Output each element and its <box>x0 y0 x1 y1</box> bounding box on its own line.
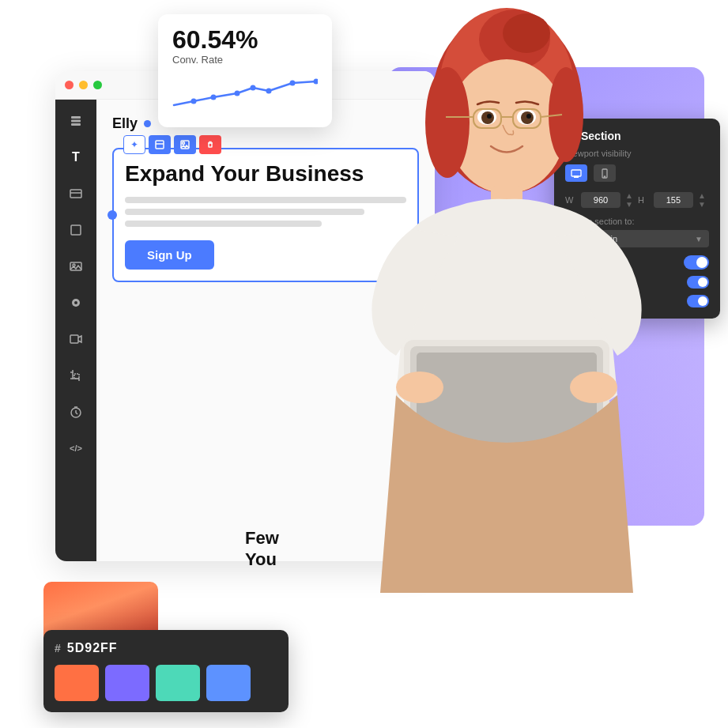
svg-rect-12 <box>71 225 81 235</box>
pin-row: Pin the section to: Don't pin ▼ <box>565 217 709 247</box>
viewport-label: Viewport visibility <box>565 149 709 158</box>
section-edit-btn[interactable] <box>149 135 171 154</box>
svg-rect-7 <box>71 116 81 119</box>
color-palette-card: # 5D92FF <box>43 630 289 712</box>
color-swatches <box>55 665 277 701</box>
background-row: ▼ Background <box>565 255 709 270</box>
svg-rect-10 <box>70 190 81 198</box>
scene: 60.54% Conv. Rate <box>0 0 728 728</box>
editor-body: T <box>55 100 435 561</box>
subtitle-line-3 <box>125 221 322 227</box>
height-label: H <box>638 195 649 205</box>
desktop-viewport-icon[interactable] <box>565 164 587 182</box>
svg-point-4 <box>266 89 272 94</box>
extra-toggle-2[interactable] <box>687 295 709 307</box>
dot-red[interactable] <box>65 81 74 89</box>
hero-title: Expand Your Business <box>125 160 406 187</box>
swatch-orange[interactable] <box>55 665 99 701</box>
background-label: Background <box>576 258 623 267</box>
height-input[interactable] <box>654 192 693 208</box>
settings-back: ← Section <box>565 130 709 142</box>
few-line-1: Few <box>245 528 279 549</box>
extra-toggle-row-1 <box>565 276 709 289</box>
color-input-row: # 5D92FF <box>55 641 277 655</box>
svg-point-3 <box>251 85 256 91</box>
tool-crop[interactable] <box>64 364 88 387</box>
svg-point-2 <box>235 91 240 96</box>
pin-select[interactable]: Don't pin ▼ <box>565 230 709 247</box>
mobile-viewport-icon[interactable] <box>594 164 616 182</box>
few-text-block: Few You <box>245 528 279 570</box>
dot-green[interactable] <box>93 81 102 89</box>
svg-point-6 <box>314 79 319 85</box>
tool-text[interactable]: T <box>64 145 88 169</box>
brand-dot <box>144 120 151 127</box>
svg-rect-18 <box>74 374 79 379</box>
svg-rect-9 <box>71 123 81 126</box>
analytics-card: 60.54% Conv. Rate <box>158 14 332 127</box>
subtitle-line-2 <box>125 209 364 215</box>
width-label: W <box>565 195 576 205</box>
tool-code[interactable]: </> <box>64 436 88 460</box>
svg-point-5 <box>290 81 296 86</box>
width-row: W ▲▼ H ▲▼ <box>565 191 709 209</box>
svg-point-16 <box>74 301 77 304</box>
svg-point-0 <box>191 99 197 104</box>
settings-title: Section <box>581 130 621 142</box>
hero-section[interactable]: ✦ Expand Your Business <box>112 148 419 282</box>
dot-yellow[interactable] <box>79 81 88 89</box>
extra-toggle-row-2 <box>565 295 709 307</box>
swatch-purple[interactable] <box>105 665 149 701</box>
hash-symbol: # <box>55 642 61 654</box>
conversion-rate: 60.54% <box>172 27 318 52</box>
pin-label: Pin the section to: <box>565 217 709 226</box>
section-move-btn[interactable]: ✦ <box>123 135 145 154</box>
svg-point-30 <box>604 175 605 176</box>
signup-button[interactable]: Sign Up <box>125 240 214 270</box>
svg-rect-8 <box>71 120 81 123</box>
tool-move[interactable] <box>64 109 88 133</box>
tool-image[interactable] <box>64 255 88 278</box>
section-img-btn[interactable] <box>174 135 196 154</box>
settings-panel: ← Section Viewport visibility W ▲▼ H ▲▼ … <box>554 119 720 319</box>
svg-rect-21 <box>156 141 164 149</box>
hex-value[interactable]: 5D92FF <box>67 641 118 655</box>
width-arrows[interactable]: ▲▼ <box>625 191 633 209</box>
viewport-icons <box>565 164 709 182</box>
tool-section[interactable] <box>64 182 88 206</box>
svg-rect-17 <box>70 335 78 343</box>
svg-rect-25 <box>209 143 212 147</box>
svg-point-37 <box>503 13 550 53</box>
conversion-label: Conv. Rate <box>172 54 318 66</box>
few-line-2: You <box>245 549 279 570</box>
width-input[interactable] <box>581 192 620 208</box>
brand-name: Elly <box>112 115 138 132</box>
swatch-blue[interactable] <box>206 665 251 701</box>
back-arrow-icon[interactable]: ← <box>565 130 576 142</box>
editor-content: Elly ✦ <box>96 100 435 561</box>
selection-dot <box>108 210 117 220</box>
chart-svg <box>172 74 318 113</box>
swatch-teal[interactable] <box>156 665 200 701</box>
background-toggle[interactable] <box>684 255 709 270</box>
section-toolbar: ✦ <box>123 135 221 154</box>
tool-widget[interactable] <box>64 291 88 315</box>
tool-container[interactable] <box>64 218 88 242</box>
svg-rect-26 <box>571 170 581 176</box>
left-toolbar: T <box>55 100 96 561</box>
tool-video[interactable] <box>64 327 88 351</box>
section-delete-btn[interactable] <box>199 135 221 154</box>
tool-timer[interactable] <box>64 400 88 424</box>
extra-toggle-1[interactable] <box>687 276 709 289</box>
pin-value: Don't pin <box>583 234 617 243</box>
height-arrows[interactable]: ▲▼ <box>698 191 706 209</box>
svg-point-36 <box>479 9 550 70</box>
svg-point-1 <box>211 95 217 100</box>
subtitle-line-1 <box>125 197 406 203</box>
editor-panel: T <box>55 71 435 561</box>
svg-point-24 <box>183 142 185 145</box>
